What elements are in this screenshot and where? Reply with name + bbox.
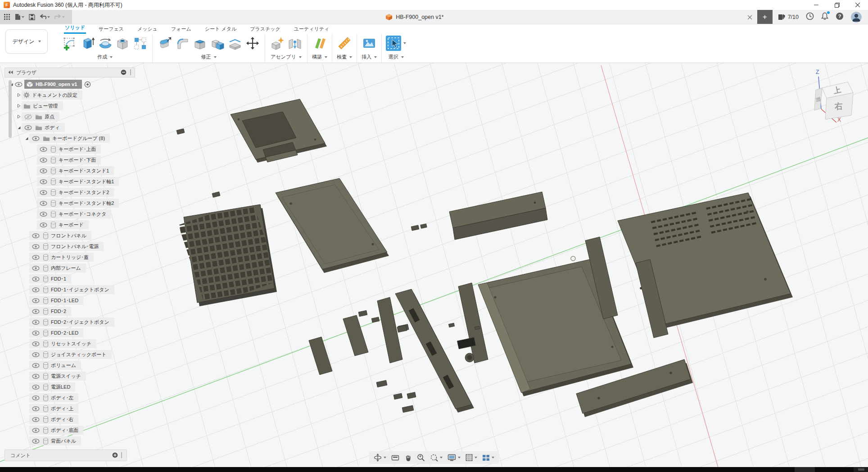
visibility-eye-icon[interactable] (31, 417, 41, 422)
browser-item[interactable]: キーボード･スタンド2 (5, 187, 135, 198)
comments-bar[interactable]: コメント (5, 449, 127, 461)
browser-item[interactable]: フロントパネル (5, 230, 135, 241)
expand-arrow-icon[interactable] (16, 104, 22, 108)
undo-button[interactable] (38, 13, 51, 21)
browser-item[interactable]: カートリッジ･蓋 (5, 252, 135, 263)
visibility-eye-off-icon[interactable] (23, 114, 33, 120)
help-icon[interactable]: ? (836, 12, 844, 22)
close-tab-icon[interactable] (748, 10, 752, 24)
visibility-eye-icon[interactable] (31, 384, 41, 390)
view-cube[interactable]: Z X 上 右 前 (805, 65, 861, 125)
group-select-label[interactable]: 選択 (389, 54, 404, 61)
browser-header[interactable]: ブラウザ (5, 68, 135, 77)
browser-item[interactable]: ドキュメントの設定 (5, 90, 135, 100)
viewport-canvas[interactable]: ブラウザ HB-F900_open v1ドキュメントの設定ビュー管理原点ボディキ… (0, 63, 868, 467)
visibility-eye-icon[interactable] (23, 125, 33, 131)
visibility-eye-icon[interactable] (39, 190, 48, 195)
browser-item[interactable]: 内部フレーム (5, 263, 135, 273)
zoom-icon[interactable] (417, 454, 425, 462)
shell-icon[interactable] (192, 35, 208, 51)
group-construct-label[interactable]: 構築 (312, 54, 327, 61)
activity-clock-icon[interactable] (806, 12, 814, 22)
visibility-eye-icon[interactable] (31, 265, 41, 271)
visibility-eye-icon[interactable] (14, 82, 23, 87)
construction-plane-icon[interactable] (312, 35, 328, 51)
browser-item[interactable]: FDD･1 (5, 273, 135, 284)
browser-item[interactable]: リセットスイッチ (5, 338, 135, 349)
pattern-icon[interactable] (132, 35, 148, 51)
viewports-icon[interactable] (482, 454, 494, 461)
browser-item[interactable]: FDD･2･LED (5, 327, 135, 338)
extrude-icon[interactable] (79, 35, 95, 51)
expand-arrow-icon[interactable] (16, 93, 22, 97)
visibility-eye-icon[interactable] (31, 233, 41, 239)
browser-item[interactable]: HB-F900_open v1 (5, 79, 135, 90)
browser-item[interactable]: ビュー管理 (5, 100, 135, 111)
collapse-arrow-icon[interactable] (16, 125, 22, 130)
visibility-eye-icon[interactable] (31, 395, 41, 401)
add-comment-icon[interactable] (112, 452, 118, 459)
collapse-panel-icon[interactable] (8, 70, 13, 75)
visibility-eye-icon[interactable] (31, 352, 41, 358)
browser-item[interactable]: ボディ (5, 122, 135, 133)
part-internal-frame[interactable] (478, 256, 633, 396)
browser-item[interactable]: ボディ･底面 (5, 425, 135, 436)
document-tab[interactable]: HB-F900_open v1* (72, 10, 757, 24)
browser-item[interactable]: 背面パネル (5, 436, 135, 446)
visibility-eye-icon[interactable] (31, 438, 41, 444)
panel-resize-handle[interactable] (130, 69, 131, 76)
tab-sheet-metal[interactable]: シート メタル (204, 26, 237, 34)
browser-item[interactable]: キーボード･コネクタ (5, 209, 135, 219)
group-insert-label[interactable]: 挿入 (362, 54, 377, 61)
group-create-label[interactable]: 作成 (97, 54, 113, 61)
fit-icon[interactable] (430, 454, 443, 462)
minimize-button[interactable] (806, 0, 827, 10)
visibility-eye-icon[interactable] (39, 146, 48, 152)
create-sketch-icon[interactable] (62, 35, 78, 51)
browser-item[interactable]: 電源スイッチ (5, 371, 135, 381)
new-tab-button[interactable]: + (757, 10, 773, 24)
visibility-eye-icon[interactable] (31, 427, 41, 433)
browser-item[interactable]: キーボード･スタンド1 (5, 165, 135, 176)
grid-settings-icon[interactable] (466, 454, 477, 461)
tab-surface[interactable]: サーフェス (98, 26, 125, 34)
measure-icon[interactable] (336, 35, 353, 51)
offset-face-icon[interactable] (227, 35, 243, 51)
user-avatar[interactable] (851, 12, 862, 23)
group-assemble-label[interactable]: アセンブリ (271, 54, 301, 61)
close-window-button[interactable] (847, 0, 868, 10)
part-keyboard-top[interactable] (276, 178, 389, 273)
job-status-button[interactable]: 7/10 (778, 14, 799, 21)
group-modify-label[interactable]: 修正 (201, 54, 217, 61)
tab-mesh[interactable]: メッシュ (136, 26, 158, 34)
browser-item[interactable]: キーボードグループ (8) (5, 133, 135, 144)
app-grid-icon[interactable] (3, 13, 12, 22)
visibility-eye-icon[interactable] (39, 179, 48, 185)
part-rear-top-strip[interactable] (449, 192, 547, 240)
browser-item[interactable]: キーボード (5, 219, 135, 230)
browser-item[interactable]: キーボード･下面 (5, 154, 135, 165)
visibility-eye-icon[interactable] (31, 406, 41, 412)
visibility-eye-icon[interactable] (31, 341, 41, 347)
part-front-panel[interactable] (231, 99, 327, 163)
visibility-eye-icon[interactable] (39, 222, 48, 228)
browser-item[interactable]: FDD･1･イジェクトボタン (5, 284, 135, 295)
browser-item[interactable]: FDD･2 (5, 306, 135, 317)
combine-icon[interactable] (209, 35, 226, 51)
visibility-eye-icon[interactable] (39, 157, 48, 163)
visibility-eye-icon[interactable] (39, 168, 48, 174)
expand-arrow-icon[interactable] (16, 114, 22, 119)
move-icon[interactable] (244, 35, 261, 51)
visibility-eye-icon[interactable] (31, 363, 41, 368)
browser-item[interactable]: ボディ･左 (5, 392, 135, 403)
group-inspect-label[interactable]: 検査 (337, 54, 352, 61)
browser-item[interactable]: ボディ･上 (5, 403, 135, 414)
visibility-eye-icon[interactable] (31, 276, 41, 282)
file-menu-button[interactable] (14, 12, 26, 22)
restore-button[interactable] (827, 0, 847, 10)
revolve-icon[interactable] (97, 35, 113, 51)
browser-item[interactable]: ボリューム (5, 360, 135, 371)
tab-utilities[interactable]: ユーティリティ (293, 26, 330, 34)
orbit-icon[interactable] (374, 454, 386, 462)
visibility-eye-icon[interactable] (31, 254, 41, 260)
